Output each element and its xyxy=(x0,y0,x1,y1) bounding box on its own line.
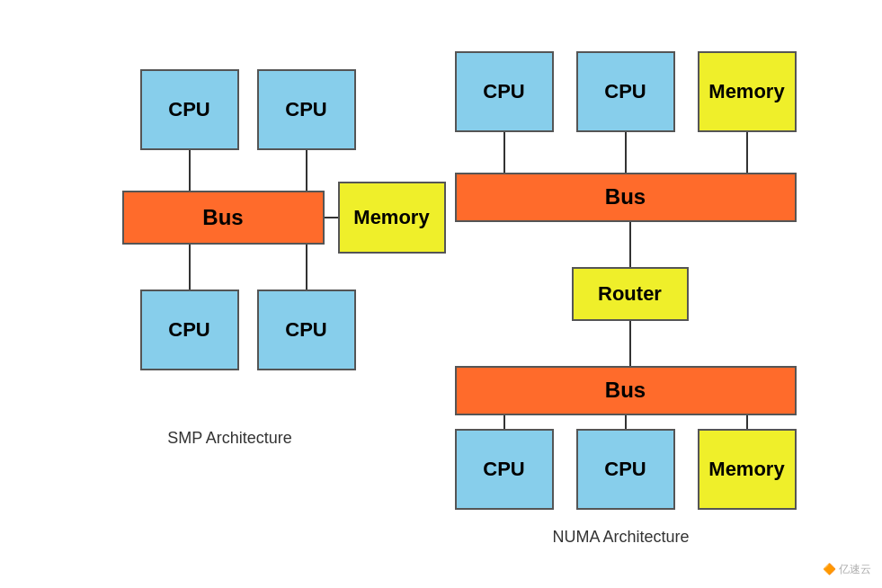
numa-bus-top: Bus xyxy=(455,173,797,222)
main-container: CPU CPU Bus Memory CPU CPU SMP Architect… xyxy=(68,24,815,565)
smp-section: CPU CPU Bus Memory CPU CPU SMP Architect… xyxy=(86,42,374,448)
smp-cpu-bottomright: CPU xyxy=(257,290,356,370)
numa-diagram: CPU CPU Memory Bus Router Bus CPU CPU Me… xyxy=(446,42,797,501)
watermark: 🔶 亿速云 xyxy=(823,562,871,577)
smp-label: SMP Architecture xyxy=(167,429,292,448)
numa-memory-top: Memory xyxy=(698,51,797,132)
numa-cpu-bottom-center: CPU xyxy=(576,429,675,510)
numa-section: CPU CPU Memory Bus Router Bus CPU CPU Me… xyxy=(446,42,797,547)
smp-cpu-bottomleft: CPU xyxy=(140,290,239,370)
smp-cpu-topleft: CPU xyxy=(140,69,239,150)
numa-cpu-bottom-left: CPU xyxy=(455,429,554,510)
numa-label: NUMA Architecture xyxy=(552,528,689,547)
smp-memory: Memory xyxy=(338,182,446,254)
numa-cpu-top-center: CPU xyxy=(576,51,675,132)
numa-bus-bottom: Bus xyxy=(455,366,797,415)
smp-diagram: CPU CPU Bus Memory CPU CPU xyxy=(86,42,374,402)
numa-router: Router xyxy=(572,267,689,321)
numa-cpu-top-left: CPU xyxy=(455,51,554,132)
numa-memory-bottom: Memory xyxy=(698,429,797,510)
smp-cpu-topright: CPU xyxy=(257,69,356,150)
smp-bus: Bus xyxy=(122,191,325,245)
